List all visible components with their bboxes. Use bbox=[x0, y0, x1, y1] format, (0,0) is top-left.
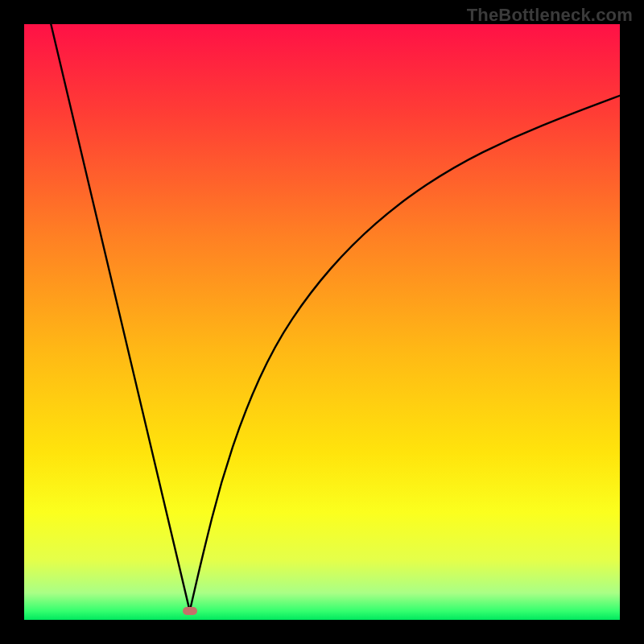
min-marker bbox=[183, 607, 197, 615]
watermark-text: TheBottleneck.com bbox=[467, 5, 633, 26]
bottleneck-curve bbox=[24, 24, 620, 620]
chart-frame: TheBottleneck.com bbox=[0, 0, 644, 644]
plot-area bbox=[24, 24, 620, 620]
